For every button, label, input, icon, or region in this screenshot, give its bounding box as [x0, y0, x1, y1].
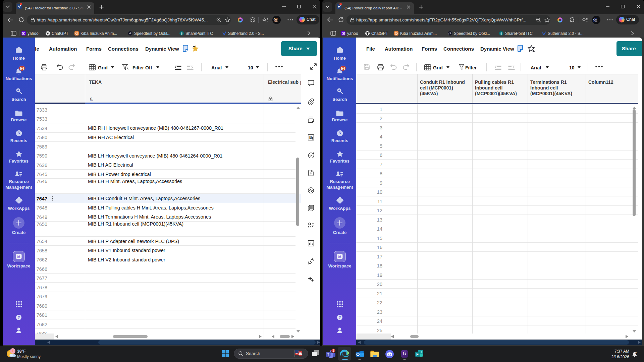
svg-text:B: B — [309, 135, 312, 139]
svg-text:S: S — [180, 32, 182, 35]
svg-text:F: F — [416, 352, 419, 356]
svg-text:S: S — [500, 32, 502, 35]
svg-text:z: z — [636, 352, 637, 354]
